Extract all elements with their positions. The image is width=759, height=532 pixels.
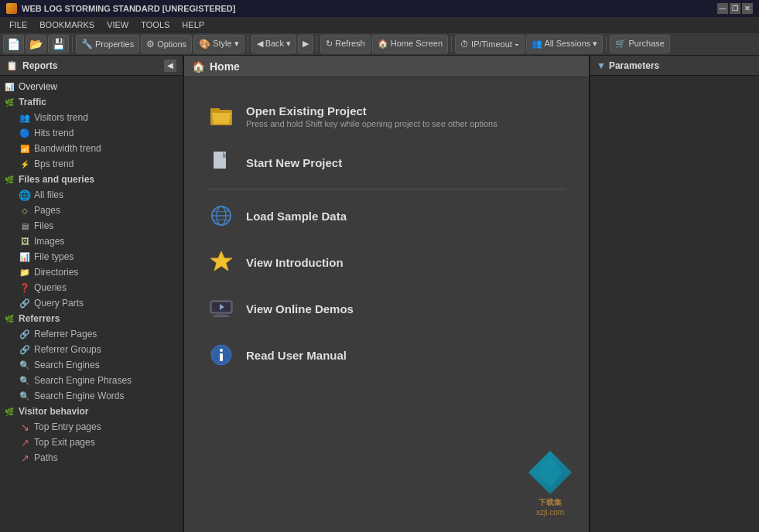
- top-entry-pages-icon: ↘: [19, 421, 31, 433]
- menu-file[interactable]: FILE: [3, 19, 33, 31]
- collapse-panel-button[interactable]: ◀: [164, 60, 176, 72]
- toolbar-save[interactable]: 💾: [48, 35, 69, 53]
- title-bar: WEB LOG STORMING STANDARD [UNREGISTERED]…: [0, 0, 759, 17]
- sidebar-item-query-parts[interactable]: 🔗 Query Parts: [0, 295, 183, 311]
- toolbar-sep-5: [606, 36, 607, 52]
- center-header: 🏠 Home: [184, 56, 589, 77]
- refresh-button[interactable]: ↻ Refresh: [320, 35, 371, 53]
- images-icon: 🖼: [19, 235, 31, 247]
- sidebar-item-bandwidth-trend[interactable]: 📶 Bandwidth trend: [0, 141, 183, 156]
- minimize-button[interactable]: —: [717, 3, 728, 14]
- forward-button[interactable]: ▶: [298, 35, 313, 53]
- svg-rect-18: [220, 353, 223, 361]
- new-project-label: Start New Project: [246, 156, 342, 169]
- close-button[interactable]: ✕: [742, 3, 753, 14]
- svg-rect-1: [210, 108, 220, 111]
- sidebar-item-referrers[interactable]: 🌿 Referrers: [0, 311, 183, 326]
- sidebar-item-files[interactable]: ▤ Files: [0, 218, 183, 234]
- open-project-label: Open Existing Project: [246, 104, 497, 118]
- load-sample-action[interactable]: Load Sample Data: [207, 193, 566, 239]
- sidebar-item-visitor-behavior[interactable]: 🌿 Visitor behavior: [0, 404, 183, 419]
- toolbar-sep-1: [72, 36, 73, 52]
- options-icon: ⚙: [146, 39, 155, 49]
- sidebar-item-search-engines[interactable]: 🔍 Search Engines: [0, 357, 183, 373]
- sidebar-item-paths[interactable]: ↗ Paths: [0, 450, 183, 466]
- watermark-diamond-icon: [527, 449, 573, 496]
- sidebar-item-traffic[interactable]: 🌿 Traffic: [0, 94, 183, 110]
- read-manual-text: Read User Manual: [246, 349, 347, 362]
- style-icon: 🎨: [199, 39, 210, 49]
- menu-tools[interactable]: TOOLS: [135, 19, 176, 31]
- restore-button[interactable]: ❐: [730, 3, 740, 14]
- sidebar-item-top-exit-pages[interactable]: ↗ Top Exit pages: [0, 435, 183, 450]
- home-header-icon: 🏠: [192, 60, 205, 73]
- read-manual-action[interactable]: Read User Manual: [207, 332, 566, 378]
- menu-view[interactable]: VIEW: [101, 19, 135, 31]
- sidebar-item-overview[interactable]: 📊 Overview: [0, 79, 183, 94]
- options-button[interactable]: ⚙ Options: [141, 35, 192, 53]
- sidebar-item-all-files[interactable]: 🌐 All files: [0, 187, 183, 203]
- app-title: WEB LOG STORMING STANDARD [UNREGISTERED]: [22, 4, 235, 13]
- files-icon: ▤: [19, 220, 31, 232]
- sidebar-item-bps-trend[interactable]: ⚡ Bps trend: [0, 156, 183, 172]
- hits-trend-icon: 🔵: [19, 127, 31, 139]
- open-project-action[interactable]: Open Existing Project Press and hold Shi…: [207, 93, 566, 139]
- purchase-button[interactable]: 🛒 Purchase: [610, 35, 670, 53]
- svg-marker-2: [212, 113, 231, 124]
- watermark: 下载集 xzji.com: [527, 449, 573, 517]
- referrer-pages-icon: 🔗: [19, 328, 31, 340]
- properties-icon: 🔧: [81, 39, 93, 49]
- tree-container[interactable]: 📊 Overview 🌿 Traffic 👥 Visitors trend 🔵 …: [0, 76, 183, 532]
- bps-trend-icon: ⚡: [19, 158, 31, 170]
- view-demos-action[interactable]: View Online Demos: [207, 285, 566, 332]
- sidebar-item-images[interactable]: 🖼 Images: [0, 234, 183, 249]
- sidebar-item-queries[interactable]: ❓ Queries: [0, 280, 183, 295]
- home-screen-button[interactable]: 🏠 Home Screen: [372, 35, 448, 53]
- sidebar-item-pages[interactable]: ◇ Pages: [0, 203, 183, 218]
- svg-marker-9: [210, 251, 232, 271]
- new-project-icon: [207, 148, 235, 176]
- app-icon: [6, 3, 17, 14]
- menu-bookmarks[interactable]: BOOKMARKS: [33, 19, 101, 31]
- sidebar-item-visitors-trend[interactable]: 👥 Visitors trend: [0, 110, 183, 125]
- toolbar-sep-2: [248, 36, 248, 52]
- sidebar-item-files-queries[interactable]: 🌿 Files and queries: [0, 172, 183, 187]
- toolbar-new[interactable]: 📄: [3, 35, 24, 53]
- sidebar-item-referrer-pages[interactable]: 🔗 Referrer Pages: [0, 326, 183, 342]
- properties-button[interactable]: 🔧 Properties: [76, 35, 139, 53]
- style-button[interactable]: 🎨 Style ▾: [193, 35, 244, 53]
- svg-rect-14: [214, 315, 229, 317]
- file-types-icon: 📊: [19, 251, 31, 263]
- sidebar-item-hits-trend[interactable]: 🔵 Hits trend: [0, 125, 183, 141]
- read-manual-icon: [207, 341, 235, 369]
- visitors-trend-icon: 👥: [19, 111, 31, 124]
- files-queries-branch-icon: 🌿: [3, 173, 15, 186]
- sidebar-item-search-engine-words[interactable]: 🔍 Search Engine Words: [0, 388, 183, 404]
- left-panel-header: 📋 Reports ◀: [0, 56, 183, 76]
- toolbar-open[interactable]: 📂: [26, 35, 46, 53]
- all-sessions-button[interactable]: 👥 All Sessions ▾: [526, 35, 603, 53]
- sidebar-item-referrer-groups[interactable]: 🔗 Referrer Groups: [0, 342, 183, 357]
- sidebar-item-file-types[interactable]: 📊 File types: [0, 249, 183, 264]
- back-button[interactable]: ◀ Back ▾: [251, 35, 297, 53]
- home-divider: [207, 189, 566, 189]
- view-intro-action[interactable]: View Introduction: [207, 239, 566, 285]
- home-content: Open Existing Project Press and hold Shi…: [184, 77, 589, 532]
- search-engines-icon: 🔍: [19, 359, 31, 371]
- sidebar-item-top-entry-pages[interactable]: ↘ Top Entry pages: [0, 419, 183, 435]
- new-project-action[interactable]: Start New Project: [207, 139, 566, 186]
- reports-tab-label[interactable]: Reports: [22, 60, 57, 71]
- sidebar-item-search-engine-phrases[interactable]: 🔍 Search Engine Phrases: [0, 373, 183, 388]
- left-panel: 📋 Reports ◀ 📊 Overview 🌿 Traffic 👥 Visit…: [0, 56, 184, 532]
- search-engine-words-icon: 🔍: [19, 390, 31, 402]
- open-project-sub: Press and hold Shift key while opening p…: [246, 119, 497, 128]
- ip-timeout-button[interactable]: ⏱ IP/Timeout ▾: [455, 35, 525, 53]
- visitor-behavior-branch-icon: 🌿: [3, 405, 15, 418]
- view-intro-label: View Introduction: [246, 256, 344, 269]
- sidebar-item-directories[interactable]: 📁 Directories: [0, 264, 183, 280]
- parameters-tab-label: Parameters: [609, 60, 659, 71]
- referrer-groups-icon: 🔗: [19, 343, 31, 356]
- center-panel: 🏠 Home Open Existing Project Press and h…: [184, 56, 589, 532]
- menu-help[interactable]: HELP: [176, 19, 210, 31]
- overview-icon: 📊: [3, 80, 15, 93]
